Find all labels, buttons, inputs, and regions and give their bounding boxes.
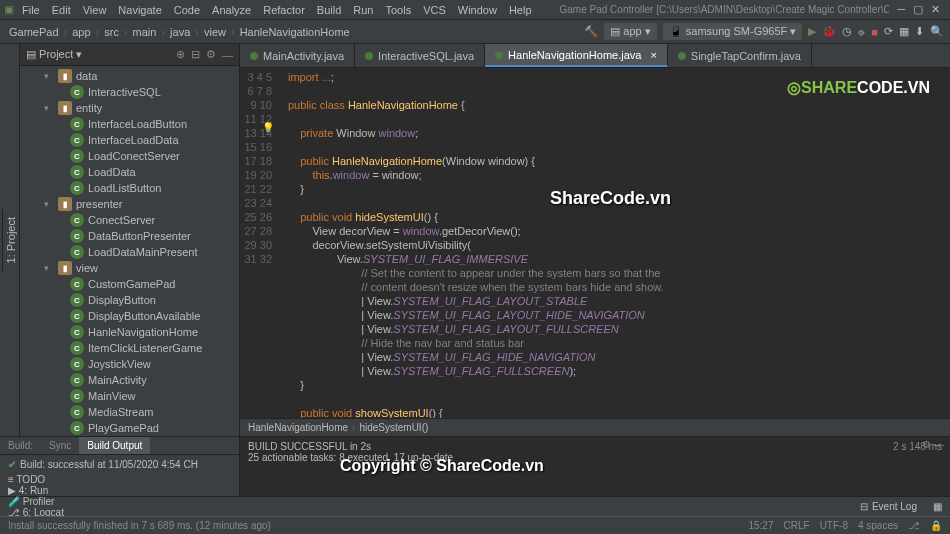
tree-folder-data[interactable]: ▾▮data	[20, 68, 239, 84]
menu-refactor[interactable]: Refactor	[257, 2, 311, 18]
tree-class-LoadData[interactable]: CLoadData	[20, 164, 239, 180]
build-output-line: BUILD SUCCESSFUL in 2s	[248, 441, 942, 452]
build-output[interactable]: 2 s 148 ms BUILD SUCCESSFUL in 2s 25 act…	[240, 437, 950, 496]
main-area: 1: Project Resource Manager 2: Structure…	[0, 44, 950, 436]
tree-class-InteractiveSQL[interactable]: CInteractiveSQL	[20, 84, 239, 100]
build-tab-sync[interactable]: Sync	[41, 437, 79, 454]
tree-class-DataButtonPresenter[interactable]: CDataButtonPresenter	[20, 228, 239, 244]
breadcrumb-item[interactable]: HanleNavigationHome	[237, 26, 353, 38]
menu-tools[interactable]: Tools	[379, 2, 417, 18]
editor-tab[interactable]: MainActivity.java	[240, 44, 355, 67]
editor-tab[interactable]: SingleTapConfirm.java	[668, 44, 812, 67]
layout-inspector-icon[interactable]: ▦	[925, 501, 950, 512]
attach-icon[interactable]: ⎆	[858, 26, 865, 38]
check-icon: ✔	[8, 459, 16, 470]
project-view-dropdown[interactable]: ▤ Project ▾	[26, 48, 82, 61]
stop-icon[interactable]: ■	[871, 26, 878, 38]
editor-breadcrumb[interactable]: HanleNavigationHome›hideSystemUI()	[240, 418, 950, 436]
menu-edit[interactable]: Edit	[46, 2, 77, 18]
breadcrumb-item[interactable]: app	[69, 26, 93, 38]
tree-class-LoadListButton[interactable]: CLoadListButton	[20, 180, 239, 196]
breadcrumb-item[interactable]: src	[101, 26, 122, 38]
gutter: 3 4 5 6 7 8 9 10 11 12 13 14 15 16 17 18…	[240, 68, 280, 418]
tree-class-ConectServer[interactable]: CConectServer	[20, 212, 239, 228]
caret-pos[interactable]: 15:27	[748, 520, 773, 531]
tree-class-MediaStream[interactable]: CMediaStream	[20, 404, 239, 420]
collapse-icon[interactable]: ⊟	[191, 48, 200, 61]
device-dropdown[interactable]: 📱 samsung SM-G965F ▾	[663, 23, 803, 40]
tree-class-ItemClickListenerGame[interactable]: CItemClickListenerGame	[20, 340, 239, 356]
bottom-tab[interactable]: ≡ TODO	[0, 474, 72, 485]
close-button[interactable]: ✕	[931, 3, 940, 16]
profiler-icon[interactable]: ◷	[842, 25, 852, 38]
maximize-button[interactable]: ▢	[913, 3, 923, 16]
build-hammer-icon[interactable]: 🔨	[584, 25, 598, 38]
code-editor[interactable]: 3 4 5 6 7 8 9 10 11 12 13 14 15 16 17 18…	[240, 68, 950, 418]
bottom-tab[interactable]: ▶ 4: Run	[0, 485, 72, 496]
tree-class-LoadDataMainPresent[interactable]: CLoadDataMainPresent	[20, 244, 239, 260]
encoding[interactable]: UTF-8	[820, 520, 848, 531]
tree-class-LoadConectServer[interactable]: CLoadConectServer	[20, 148, 239, 164]
tree-folder-presenter[interactable]: ▾▮presenter	[20, 196, 239, 212]
build-settings-icon[interactable]: ⚙ —	[922, 439, 944, 450]
git-icon[interactable]: ⎇	[908, 520, 920, 531]
lock-icon[interactable]: 🔒	[930, 520, 942, 531]
menu-window[interactable]: Window	[452, 2, 503, 18]
gear-icon[interactable]: ⚙	[206, 48, 216, 61]
menu-code[interactable]: Code	[168, 2, 206, 18]
code-body[interactable]: import ...; public class HanleNavigation…	[280, 68, 950, 418]
editor-tab[interactable]: InteractiveSQL.java	[355, 44, 485, 67]
bottom-tab[interactable]: 🧪 Profiler	[0, 496, 72, 507]
menu-analyze[interactable]: Analyze	[206, 2, 257, 18]
sdk-icon[interactable]: ⬇	[915, 25, 924, 38]
breadcrumb-item[interactable]: main	[130, 26, 160, 38]
minimize-button[interactable]: ─	[897, 3, 905, 16]
breadcrumb-item[interactable]: view	[201, 26, 229, 38]
run-icon[interactable]: ▶	[808, 25, 816, 38]
debug-icon[interactable]: 🐞	[822, 25, 836, 38]
build-tab-output[interactable]: Build Output	[79, 437, 150, 454]
tree-class-HanleNavigationHome[interactable]: CHanleNavigationHome	[20, 324, 239, 340]
menu-file[interactable]: File	[16, 2, 46, 18]
breadcrumb-item[interactable]: java	[167, 26, 193, 38]
menu-help[interactable]: Help	[503, 2, 538, 18]
build-tab-build[interactable]: Build:	[0, 437, 41, 454]
tree-class-DisplayButtonAvailable[interactable]: CDisplayButtonAvailable	[20, 308, 239, 324]
menu-view[interactable]: View	[77, 2, 113, 18]
tree-class-MainActivity[interactable]: CMainActivity	[20, 372, 239, 388]
tree-class-InterfaceLoadData[interactable]: CInterfaceLoadData	[20, 132, 239, 148]
avd-icon[interactable]: ▦	[899, 25, 909, 38]
tree-class-PlayGamePad[interactable]: CPlayGamePad	[20, 420, 239, 436]
search-icon[interactable]: 🔍	[930, 25, 944, 38]
tree-class-CustomGamePad[interactable]: CCustomGamePad	[20, 276, 239, 292]
run-config-dropdown[interactable]: ▤ app ▾	[604, 23, 656, 40]
tree-folder-entity[interactable]: ▾▮entity	[20, 100, 239, 116]
hide-icon[interactable]: —	[222, 49, 233, 61]
status-message: Install successfully finished in 7 s 689…	[8, 520, 271, 531]
event-log-button[interactable]: ⊟ Event Log	[852, 501, 925, 512]
toolbar: GamePad›app›src›main›java›view›HanleNavi…	[0, 20, 950, 44]
scroll-from-source-icon[interactable]: ⊕	[176, 48, 185, 61]
line-sep[interactable]: CRLF	[784, 520, 810, 531]
project-panel-header: ▤ Project ▾ ⊕ ⊟ ⚙ —	[20, 44, 239, 66]
sidebar-tab-project[interactable]: 1: Project	[2, 209, 19, 271]
build-status-row[interactable]: ✔ Build: successful at 11/05/2020 4:54 C…	[0, 455, 239, 474]
menu-run[interactable]: Run	[347, 2, 379, 18]
sidebar-tab-resource[interactable]: Resource Manager	[0, 185, 2, 295]
tree-folder-view[interactable]: ▾▮view	[20, 260, 239, 276]
menu-vcs[interactable]: VCS	[417, 2, 452, 18]
tree-class-MainView[interactable]: CMainView	[20, 388, 239, 404]
menu-build[interactable]: Build	[311, 2, 347, 18]
tree-class-JoystickView[interactable]: CJoystickView	[20, 356, 239, 372]
intention-bulb-icon[interactable]: 💡	[262, 122, 274, 133]
breadcrumb-item[interactable]: GamePad	[6, 26, 62, 38]
project-tree[interactable]: ▾▮dataCInteractiveSQL▾▮entityCInterfaceL…	[20, 66, 239, 436]
build-status-text: Build: successful at 11/05/2020 4:54 CH	[20, 459, 198, 470]
tree-class-DisplayButton[interactable]: CDisplayButton	[20, 292, 239, 308]
tree-class-InterfaceLoadButton[interactable]: CInterfaceLoadButton	[20, 116, 239, 132]
window-title: Game Pad Controller [C:\Users\ADMIN\Desk…	[560, 4, 890, 15]
sync-icon[interactable]: ⟳	[884, 25, 893, 38]
indent[interactable]: 4 spaces	[858, 520, 898, 531]
menu-navigate[interactable]: Navigate	[112, 2, 167, 18]
editor-tab[interactable]: HanleNavigationHome.java×	[485, 44, 668, 67]
